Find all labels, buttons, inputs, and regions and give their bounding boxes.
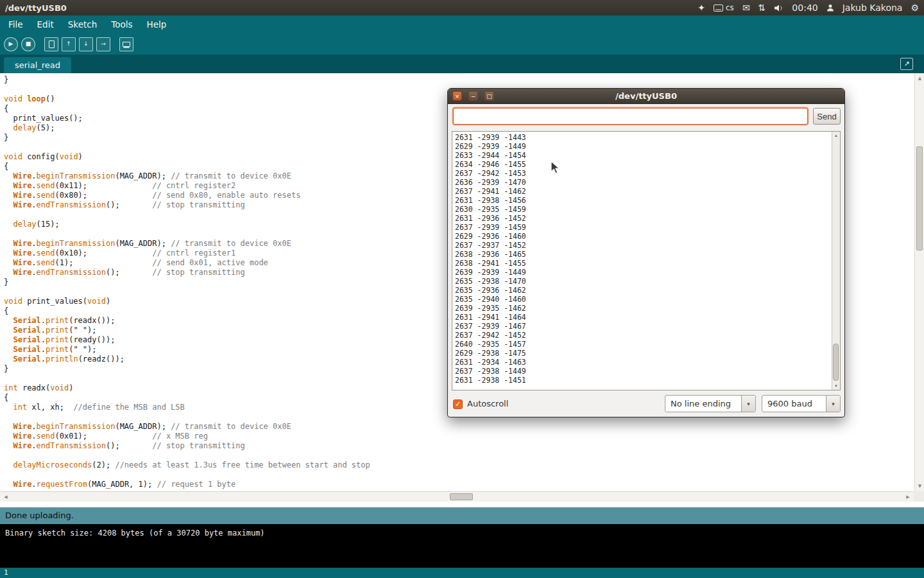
scroll-up-icon[interactable]: ▴ xyxy=(832,132,840,139)
dropbox-icon[interactable]: ✦ xyxy=(697,3,705,13)
code-line: Wire.beginTransmission(MAG_ADDR); // tra… xyxy=(4,422,370,432)
code-line: { xyxy=(4,104,370,114)
scroll-down-icon[interactable]: ▾ xyxy=(832,382,840,390)
serial-monitor-titlebar[interactable]: × − □ /dev/ttyUSB0 xyxy=(448,89,844,104)
mail-icon[interactable]: ✉ xyxy=(742,3,750,13)
minimize-icon[interactable]: − xyxy=(468,91,478,101)
scroll-down-icon[interactable]: ▼ xyxy=(915,482,924,491)
serial-line: 2637 -2937 -1452 xyxy=(455,241,526,250)
serial-line: 2631 -2941 -1464 xyxy=(455,313,526,322)
serial-line: 2630 -2935 -1459 xyxy=(455,205,526,214)
serial-monitor-button[interactable] xyxy=(119,37,133,51)
code-line: int readx(void) xyxy=(4,383,370,393)
serial-monitor-title: /dev/ttyUSB0 xyxy=(448,89,844,104)
menu-help[interactable]: Help xyxy=(140,15,174,33)
top-panel: /dev/ttyUSB0 ✦ cs ✉ ⇅ 00:40 Jakub Kakona… xyxy=(0,0,924,15)
editor-vertical-scrollbar[interactable]: ▲ ▼ xyxy=(914,73,924,491)
save-button[interactable]: ↓ xyxy=(79,37,93,51)
serial-line: 2637 -2941 -1462 xyxy=(455,187,526,196)
code-line: Wire.requestFrom(MAG_ADDR, 1); // reques… xyxy=(4,480,370,489)
line-indicator-bar: 1 xyxy=(0,568,924,578)
keyboard-layout-indicator[interactable]: cs xyxy=(714,3,734,12)
code-line: Wire.endTransmission(); // stop transmit… xyxy=(4,441,370,451)
verify-button[interactable]: ▶ xyxy=(4,37,18,51)
chevron-down-icon[interactable]: ▾ xyxy=(826,396,840,412)
clock[interactable]: 00:40 xyxy=(792,3,817,13)
serial-line: 2631 -2934 -1463 xyxy=(455,358,526,367)
tab-menu-button[interactable]: ↗ xyxy=(900,58,913,70)
status-message: Done uploading. xyxy=(5,511,74,520)
code-line: { xyxy=(4,162,370,171)
code-line: delayMicroseconds(2); //needs at least 1… xyxy=(4,460,370,470)
menu-edit[interactable]: Edit xyxy=(30,15,61,33)
tab-serial-read[interactable]: serial_read xyxy=(4,57,71,73)
save-button-icon: ↓ xyxy=(83,41,89,47)
upload-button[interactable]: → xyxy=(96,37,110,51)
code-line xyxy=(4,470,370,480)
serial-line: 2637 -2942 -1452 xyxy=(455,331,526,340)
menu-file[interactable]: File xyxy=(1,15,30,33)
code-line: Wire.send(0x01); // x MSB reg xyxy=(4,432,370,441)
editor-vscroll-thumb[interactable] xyxy=(916,146,923,250)
serial-line: 2639 -2939 -1449 xyxy=(455,268,526,277)
menubar: FileEditSketchToolsHelp xyxy=(0,15,924,33)
editor-hscroll-thumb[interactable] xyxy=(450,493,473,500)
code-line: Serial.print(" "); xyxy=(4,326,370,335)
serial-line: 2635 -2936 -1462 xyxy=(455,286,526,295)
code-line xyxy=(4,374,370,383)
upload-button-icon: → xyxy=(101,41,106,47)
code-line: void loop() xyxy=(4,94,370,104)
serial-send-input[interactable] xyxy=(453,108,808,125)
serial-line: 2631 -2936 -1452 xyxy=(455,214,526,223)
serial-line: 2636 -2939 -1470 xyxy=(455,178,526,187)
serial-line: 2629 -2939 -1449 xyxy=(455,142,526,151)
serial-output-scrollbar[interactable]: ▴ ▾ xyxy=(832,132,840,390)
serial-monitor-window: × − □ /dev/ttyUSB0 Send 2631 -2939 -1443… xyxy=(447,88,845,417)
stop-button-icon: ■ xyxy=(26,41,31,47)
code-line: Serial.println(readz()); xyxy=(4,355,370,364)
stop-button[interactable]: ■ xyxy=(21,37,35,51)
volume-icon[interactable] xyxy=(774,4,783,12)
console-output: Binary sketch size: 4208 bytes (of a 307… xyxy=(0,524,924,568)
autoscroll-label[interactable]: Autoscroll xyxy=(467,399,508,408)
menu-sketch[interactable]: Sketch xyxy=(61,15,104,33)
code-line: Wire.send(0x80); // send 0x80, enable au… xyxy=(4,191,370,200)
serial-line: 2640 -2935 -1457 xyxy=(455,340,526,349)
user-icon xyxy=(826,4,834,12)
toolbar: ▶■↑↓→ xyxy=(0,33,924,55)
code-line: } xyxy=(4,75,370,85)
open-button[interactable]: ↑ xyxy=(62,37,76,51)
close-icon[interactable]: × xyxy=(452,91,462,101)
new-sketch-button[interactable] xyxy=(44,37,58,51)
code-line: Wire.endTransmission(); // stop transmit… xyxy=(4,268,370,277)
line-indicator: 1 xyxy=(4,568,8,577)
autoscroll-checkbox[interactable]: ✓ xyxy=(453,399,463,409)
scroll-up-icon[interactable]: ▲ xyxy=(915,74,924,83)
keyboard-layout-label: cs xyxy=(726,3,734,12)
code-line xyxy=(4,85,370,94)
serial-line: 2634 -2946 -1455 xyxy=(455,160,526,169)
menu-tools[interactable]: Tools xyxy=(104,15,139,33)
network-sync-icon[interactable]: ⇅ xyxy=(758,3,766,13)
send-button[interactable]: Send xyxy=(813,108,841,125)
code-line xyxy=(4,287,370,297)
scroll-right-icon[interactable]: ▶ xyxy=(903,492,913,502)
code-line: Wire.endTransmission(); // stop transmit… xyxy=(4,200,370,210)
code-line: } xyxy=(4,133,370,143)
serial-output-area[interactable]: 2631 -2939 -14432629 -2939 -14492633 -29… xyxy=(452,131,841,390)
code-line: Wire.send(0x11); // cntrl register2 xyxy=(4,181,370,191)
editor-horizontal-scrollbar[interactable]: ◀ ▶ xyxy=(0,491,914,502)
code-line: Wire.send(0x10); // cntrl register1 xyxy=(4,249,370,258)
line-ending-select[interactable]: No line ending ▾ xyxy=(665,395,756,412)
scroll-left-icon[interactable]: ◀ xyxy=(1,492,11,502)
session-gear-icon[interactable]: ⚙ xyxy=(911,3,919,13)
serial-scroll-thumb[interactable] xyxy=(833,344,839,381)
baud-rate-select[interactable]: 9600 baud ▾ xyxy=(762,395,841,412)
username[interactable]: Jakub Kakona xyxy=(843,3,903,13)
serial-line: 2638 -2936 -1465 xyxy=(455,250,526,259)
open-button-icon: ↑ xyxy=(66,41,71,47)
code-line: Serial.print(" "); xyxy=(4,345,370,355)
maximize-icon[interactable]: □ xyxy=(484,91,494,101)
chevron-down-icon[interactable]: ▾ xyxy=(741,396,755,412)
serial-line: 2637 -2939 -1459 xyxy=(455,223,526,232)
